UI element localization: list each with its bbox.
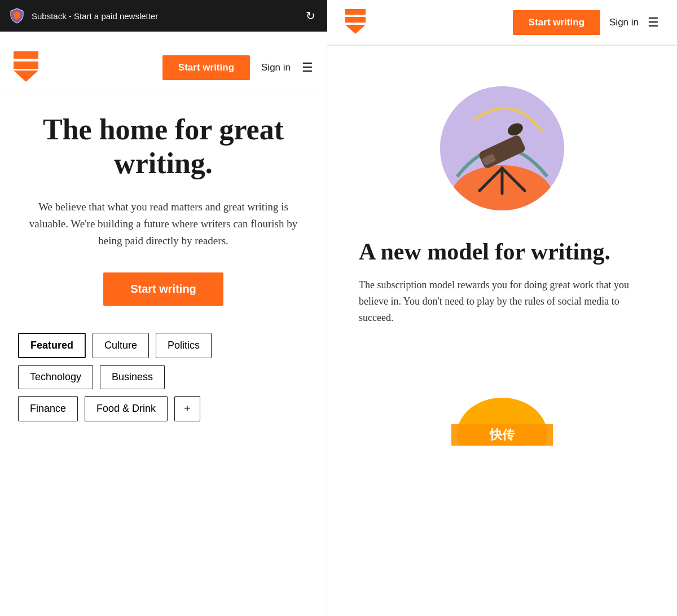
svg-rect-4 bbox=[14, 61, 38, 69]
category-row-2: Technology Business bbox=[18, 365, 309, 389]
category-more-button[interactable]: + bbox=[174, 396, 200, 421]
new-model-section: A new model for writing. The subscriptio… bbox=[350, 237, 654, 326]
hamburger-icon-left[interactable]: ☰ bbox=[302, 60, 313, 75]
start-writing-button-main[interactable]: Start writing bbox=[103, 272, 223, 306]
telescope-illustration bbox=[440, 86, 564, 210]
svg-rect-1 bbox=[345, 17, 366, 23]
shield-icon bbox=[9, 8, 25, 24]
category-business[interactable]: Business bbox=[100, 365, 165, 389]
category-row-3: Finance Food & Drink + bbox=[18, 396, 309, 421]
watermark-overlay: 快传 bbox=[451, 424, 553, 446]
category-technology[interactable]: Technology bbox=[18, 365, 93, 389]
browser-title: Substack - Start a paid newsletter bbox=[32, 11, 296, 21]
hero-subtext: We believe that what you read matters an… bbox=[28, 199, 299, 250]
svg-marker-2 bbox=[345, 25, 366, 34]
svg-rect-3 bbox=[14, 51, 38, 59]
right-content: A new model for writing. The subscriptio… bbox=[327, 46, 677, 464]
category-finance[interactable]: Finance bbox=[18, 396, 78, 421]
start-writing-button-top-left[interactable]: Start writing bbox=[162, 55, 250, 80]
category-row-1: Featured Culture Politics bbox=[18, 333, 309, 358]
sign-in-link-right[interactable]: Sign in bbox=[609, 17, 639, 28]
nav-right: Start writing Sign in ☰ bbox=[327, 0, 677, 45]
category-food-drink[interactable]: Food & Drink bbox=[85, 396, 168, 421]
svg-rect-0 bbox=[345, 9, 366, 15]
hero-heading: The home for great writing. bbox=[18, 113, 309, 181]
browser-bar: Substack - Start a paid newsletter ↻ bbox=[0, 0, 327, 32]
nav-left: Start writing Sign in ☰ bbox=[0, 45, 327, 90]
hamburger-icon-right[interactable]: ☰ bbox=[648, 15, 659, 30]
new-model-text: The subscription model rewards you for d… bbox=[359, 277, 654, 325]
category-politics[interactable]: Politics bbox=[156, 333, 212, 358]
refresh-icon[interactable]: ↻ bbox=[302, 8, 318, 24]
svg-marker-5 bbox=[14, 71, 38, 82]
logo-left[interactable] bbox=[14, 51, 38, 84]
new-model-heading: A new model for writing. bbox=[359, 237, 654, 266]
logo-right[interactable] bbox=[345, 9, 366, 36]
orange-circle-section: 快传 bbox=[350, 349, 654, 446]
category-featured[interactable]: Featured bbox=[18, 333, 86, 358]
sign-in-link-left[interactable]: Sign in bbox=[261, 62, 291, 73]
category-section: Featured Culture Politics Technology Bus… bbox=[18, 333, 309, 421]
start-writing-button-top-right[interactable]: Start writing bbox=[513, 10, 600, 35]
category-culture[interactable]: Culture bbox=[93, 333, 149, 358]
